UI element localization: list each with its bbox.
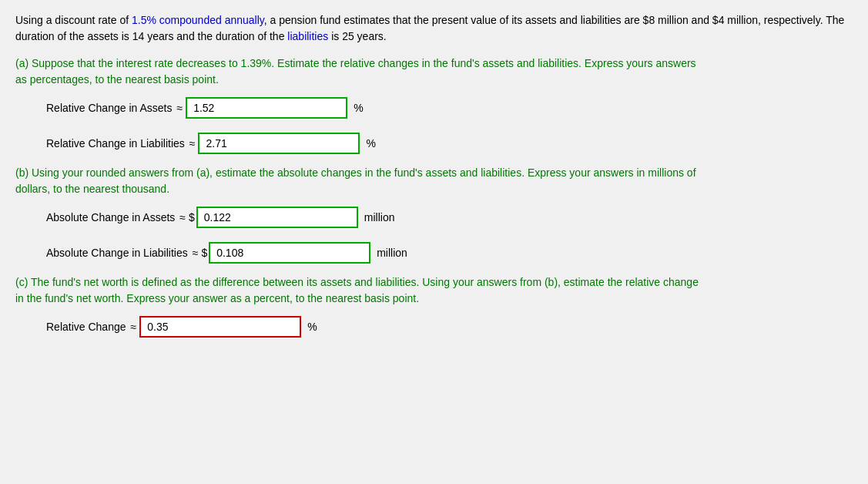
page-container: Using a discount rate of 1.5% compounded…: [0, 0, 868, 484]
approx-icon-2: ≈: [189, 137, 196, 150]
assets-absolute-label: Absolute Change in Assets: [46, 211, 175, 224]
liabilities-relative-row: Relative Change in Liabilities ≈ %: [46, 133, 853, 154]
approx-icon-1: ≈: [176, 102, 183, 114]
relative-change-row: Relative Change ≈ %: [46, 316, 853, 338]
liabilities-dollar-sign: $: [201, 247, 207, 259]
assets-absolute-input[interactable]: [196, 207, 358, 228]
assets-relative-row: Relative Change in Assets ≈ %: [46, 97, 853, 119]
assets-absolute-unit: million: [364, 211, 395, 224]
relative-change-label: Relative Change: [46, 321, 126, 333]
section-a-question: (a) Suppose that the interest rate decre…: [15, 55, 853, 88]
liabilities-relative-unit: %: [366, 137, 375, 150]
assets-relative-unit: %: [354, 102, 363, 114]
approx-icon-5: ≈: [131, 321, 137, 333]
liabilities-absolute-input[interactable]: [209, 242, 370, 264]
liabilities-absolute-row: Absolute Change in Liabilities ≈ $ milli…: [46, 242, 853, 264]
intro-rate: 1.5% compounded annually: [132, 14, 264, 26]
relative-change-input[interactable]: [139, 316, 301, 338]
liabilities-relative-label: Relative Change in Liabilities: [46, 137, 185, 150]
assets-relative-label: Relative Change in Assets: [46, 102, 172, 114]
relative-change-unit: %: [307, 321, 317, 333]
approx-icon-4: ≈: [193, 247, 199, 259]
section-c-question: (c) The fund's net worth is defined as t…: [15, 274, 853, 307]
intro-liabilities-duration: liabilities: [287, 30, 328, 42]
assets-dollar-sign: $: [189, 211, 195, 224]
liabilities-relative-input[interactable]: [198, 133, 360, 154]
intro-paragraph: Using a discount rate of 1.5% compounded…: [15, 12, 853, 45]
section-b-question: (b) Using your rounded answers from (a),…: [15, 165, 853, 197]
approx-icon-3: ≈: [179, 211, 186, 224]
liabilities-absolute-label: Absolute Change in Liabilities: [46, 247, 188, 259]
liabilities-absolute-unit: million: [377, 247, 407, 259]
assets-absolute-row: Absolute Change in Assets ≈ $ million: [46, 207, 853, 228]
assets-relative-input[interactable]: [186, 97, 347, 119]
